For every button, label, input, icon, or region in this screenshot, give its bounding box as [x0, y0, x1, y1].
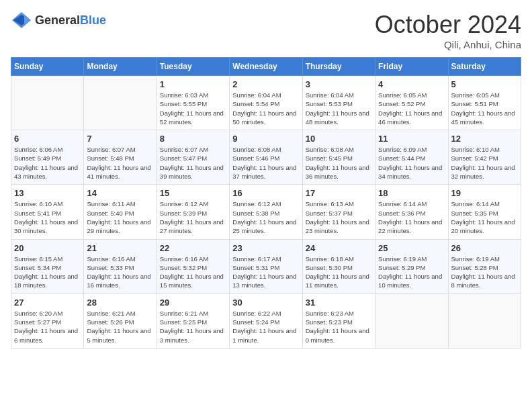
- calendar-cell: 23Sunrise: 6:17 AM Sunset: 5:31 PM Dayli…: [230, 239, 302, 293]
- day-info: Sunrise: 6:08 AM Sunset: 5:46 PM Dayligh…: [232, 145, 299, 181]
- calendar-cell: 26Sunrise: 6:19 AM Sunset: 5:28 PM Dayli…: [448, 239, 521, 293]
- day-number: 24: [306, 243, 372, 253]
- calendar-cell: 3Sunrise: 6:04 AM Sunset: 5:53 PM Daylig…: [302, 76, 375, 130]
- day-info: Sunrise: 6:11 AM Sunset: 5:40 PM Dayligh…: [87, 199, 153, 235]
- calendar-cell: 10Sunrise: 6:08 AM Sunset: 5:45 PM Dayli…: [302, 130, 375, 185]
- calendar-cell: [375, 293, 448, 348]
- day-info: Sunrise: 6:13 AM Sunset: 5:37 PM Dayligh…: [306, 199, 372, 235]
- calendar-header: SundayMondayTuesdayWednesdayThursdayFrid…: [11, 58, 521, 76]
- title-block: October 2024 Qili, Anhui, China: [375, 11, 521, 50]
- calendar-week-row: 1Sunrise: 6:03 AM Sunset: 5:55 PM Daylig…: [11, 76, 521, 130]
- calendar-cell: 13Sunrise: 6:10 AM Sunset: 5:41 PM Dayli…: [11, 185, 84, 239]
- day-number: 31: [306, 298, 372, 308]
- day-info: Sunrise: 6:22 AM Sunset: 5:24 PM Dayligh…: [232, 309, 299, 345]
- day-info: Sunrise: 6:16 AM Sunset: 5:33 PM Dayligh…: [87, 255, 153, 290]
- day-number: 11: [378, 134, 445, 144]
- calendar-week-row: 27Sunrise: 6:20 AM Sunset: 5:27 PM Dayli…: [11, 293, 521, 348]
- logo-icon: [11, 11, 32, 30]
- day-info: Sunrise: 6:09 AM Sunset: 5:44 PM Dayligh…: [378, 145, 445, 181]
- day-number: 4: [378, 79, 445, 89]
- day-number: 15: [160, 188, 226, 198]
- calendar-cell: 12Sunrise: 6:10 AM Sunset: 5:42 PM Dayli…: [448, 130, 521, 185]
- day-info: Sunrise: 6:15 AM Sunset: 5:34 PM Dayligh…: [14, 255, 81, 290]
- day-info: Sunrise: 6:04 AM Sunset: 5:54 PM Dayligh…: [232, 91, 299, 126]
- day-info: Sunrise: 6:20 AM Sunset: 5:27 PM Dayligh…: [14, 309, 81, 345]
- day-number: 18: [378, 188, 445, 198]
- day-number: 8: [160, 134, 226, 144]
- day-number: 2: [232, 79, 299, 89]
- calendar-cell: [84, 76, 157, 130]
- logo-blue: Blue: [80, 13, 106, 27]
- day-info: Sunrise: 6:06 AM Sunset: 5:49 PM Dayligh…: [14, 145, 81, 181]
- weekday-row: SundayMondayTuesdayWednesdayThursdayFrid…: [11, 58, 521, 76]
- day-info: Sunrise: 6:14 AM Sunset: 5:36 PM Dayligh…: [378, 199, 445, 235]
- weekday-header: Monday: [84, 58, 157, 76]
- calendar-cell: 5Sunrise: 6:05 AM Sunset: 5:51 PM Daylig…: [448, 76, 521, 130]
- logo: GeneralBlue: [11, 11, 106, 30]
- day-number: 22: [160, 243, 226, 253]
- calendar-cell: [448, 293, 521, 348]
- day-info: Sunrise: 6:03 AM Sunset: 5:55 PM Dayligh…: [160, 91, 226, 126]
- calendar-cell: 15Sunrise: 6:12 AM Sunset: 5:39 PM Dayli…: [157, 185, 229, 239]
- calendar-cell: 30Sunrise: 6:22 AM Sunset: 5:24 PM Dayli…: [230, 293, 302, 348]
- calendar-cell: 17Sunrise: 6:13 AM Sunset: 5:37 PM Dayli…: [302, 185, 375, 239]
- calendar-cell: 11Sunrise: 6:09 AM Sunset: 5:44 PM Dayli…: [375, 130, 448, 185]
- logo-general: General: [35, 13, 80, 27]
- calendar-cell: 24Sunrise: 6:18 AM Sunset: 5:30 PM Dayli…: [302, 239, 375, 293]
- day-number: 12: [451, 134, 518, 144]
- day-number: 29: [160, 298, 226, 308]
- day-info: Sunrise: 6:05 AM Sunset: 5:52 PM Dayligh…: [378, 91, 445, 126]
- calendar-week-row: 6Sunrise: 6:06 AM Sunset: 5:49 PM Daylig…: [11, 130, 521, 185]
- day-info: Sunrise: 6:08 AM Sunset: 5:45 PM Dayligh…: [306, 145, 372, 181]
- calendar-cell: 7Sunrise: 6:07 AM Sunset: 5:48 PM Daylig…: [84, 130, 157, 185]
- location-title: Qili, Anhui, China: [375, 39, 521, 50]
- calendar-cell: [11, 76, 84, 130]
- day-number: 1: [160, 79, 226, 89]
- day-info: Sunrise: 6:04 AM Sunset: 5:53 PM Dayligh…: [306, 91, 372, 126]
- calendar-cell: 22Sunrise: 6:16 AM Sunset: 5:32 PM Dayli…: [157, 239, 229, 293]
- day-info: Sunrise: 6:21 AM Sunset: 5:26 PM Dayligh…: [87, 309, 153, 345]
- calendar-cell: 16Sunrise: 6:12 AM Sunset: 5:38 PM Dayli…: [230, 185, 302, 239]
- day-info: Sunrise: 6:12 AM Sunset: 5:38 PM Dayligh…: [232, 199, 299, 235]
- day-number: 16: [232, 188, 299, 198]
- weekday-header: Wednesday: [230, 58, 302, 76]
- day-info: Sunrise: 6:19 AM Sunset: 5:28 PM Dayligh…: [451, 255, 518, 290]
- day-info: Sunrise: 6:17 AM Sunset: 5:31 PM Dayligh…: [232, 255, 299, 290]
- calendar-week-row: 13Sunrise: 6:10 AM Sunset: 5:41 PM Dayli…: [11, 185, 521, 239]
- calendar-cell: 19Sunrise: 6:14 AM Sunset: 5:35 PM Dayli…: [448, 185, 521, 239]
- month-title: October 2024: [375, 11, 521, 39]
- day-info: Sunrise: 6:21 AM Sunset: 5:25 PM Dayligh…: [160, 309, 226, 345]
- day-info: Sunrise: 6:14 AM Sunset: 5:35 PM Dayligh…: [451, 199, 518, 235]
- calendar-cell: 25Sunrise: 6:19 AM Sunset: 5:29 PM Dayli…: [375, 239, 448, 293]
- calendar-cell: 29Sunrise: 6:21 AM Sunset: 5:25 PM Dayli…: [157, 293, 229, 348]
- calendar-cell: 9Sunrise: 6:08 AM Sunset: 5:46 PM Daylig…: [230, 130, 302, 185]
- day-number: 19: [451, 188, 518, 198]
- day-info: Sunrise: 6:16 AM Sunset: 5:32 PM Dayligh…: [160, 255, 226, 290]
- weekday-header: Sunday: [11, 58, 84, 76]
- day-info: Sunrise: 6:19 AM Sunset: 5:29 PM Dayligh…: [378, 255, 445, 290]
- calendar-cell: 14Sunrise: 6:11 AM Sunset: 5:40 PM Dayli…: [84, 185, 157, 239]
- day-number: 6: [14, 134, 81, 144]
- calendar-cell: 27Sunrise: 6:20 AM Sunset: 5:27 PM Dayli…: [11, 293, 84, 348]
- day-info: Sunrise: 6:05 AM Sunset: 5:51 PM Dayligh…: [451, 91, 518, 126]
- day-number: 25: [378, 243, 445, 253]
- day-number: 13: [14, 188, 81, 198]
- calendar-cell: 31Sunrise: 6:23 AM Sunset: 5:23 PM Dayli…: [302, 293, 375, 348]
- day-number: 30: [232, 298, 299, 308]
- calendar-cell: 20Sunrise: 6:15 AM Sunset: 5:34 PM Dayli…: [11, 239, 84, 293]
- day-info: Sunrise: 6:18 AM Sunset: 5:30 PM Dayligh…: [306, 255, 372, 290]
- calendar-cell: 18Sunrise: 6:14 AM Sunset: 5:36 PM Dayli…: [375, 185, 448, 239]
- weekday-header: Tuesday: [157, 58, 229, 76]
- weekday-header: Friday: [375, 58, 448, 76]
- calendar-week-row: 20Sunrise: 6:15 AM Sunset: 5:34 PM Dayli…: [11, 239, 521, 293]
- calendar-table: SundayMondayTuesdayWednesdayThursdayFrid…: [11, 57, 521, 349]
- day-number: 21: [87, 243, 153, 253]
- calendar-cell: 2Sunrise: 6:04 AM Sunset: 5:54 PM Daylig…: [230, 76, 302, 130]
- calendar-cell: 4Sunrise: 6:05 AM Sunset: 5:52 PM Daylig…: [375, 76, 448, 130]
- day-number: 28: [87, 298, 153, 308]
- day-number: 26: [451, 243, 518, 253]
- calendar-cell: 28Sunrise: 6:21 AM Sunset: 5:26 PM Dayli…: [84, 293, 157, 348]
- day-number: 17: [306, 188, 372, 198]
- day-number: 5: [451, 79, 518, 89]
- calendar-cell: 21Sunrise: 6:16 AM Sunset: 5:33 PM Dayli…: [84, 239, 157, 293]
